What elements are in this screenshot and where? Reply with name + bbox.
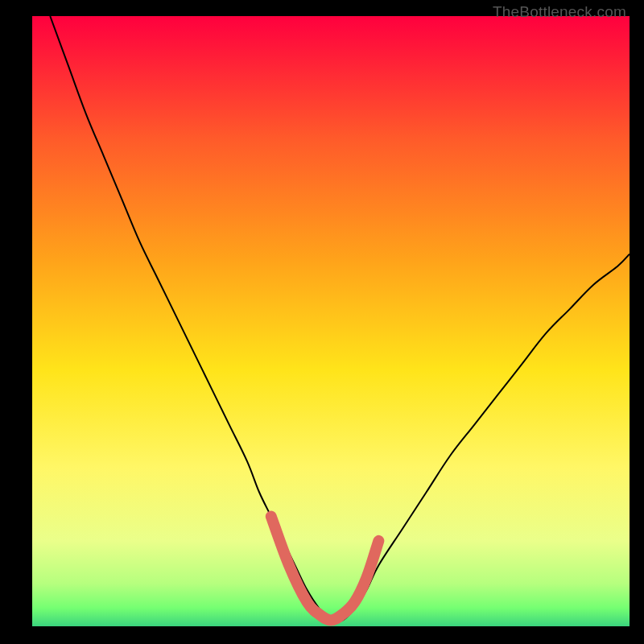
gradient-background xyxy=(32,16,630,626)
watermark-text: TheBottleneck.com xyxy=(493,3,626,21)
plot-area xyxy=(32,16,630,626)
chart-frame: TheBottleneck.com xyxy=(0,0,644,644)
chart-svg xyxy=(32,16,630,626)
